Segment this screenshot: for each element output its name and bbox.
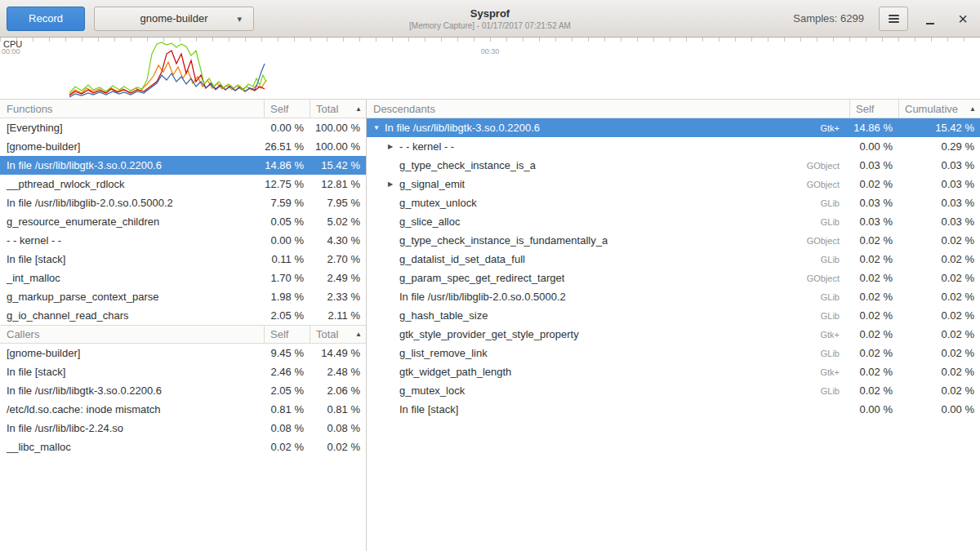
descendant-name: g_param_spec_get_redirect_target bbox=[399, 272, 564, 284]
function-row[interactable]: [Everything] 0.00 % 100.00 % bbox=[0, 118, 366, 137]
expander-icon[interactable]: ▶ bbox=[386, 143, 399, 150]
function-row[interactable]: In file [stack] 0.11 % 2.70 % bbox=[0, 250, 366, 269]
descendant-name: g_mutex_unlock bbox=[399, 197, 477, 209]
descendant-self-percent: 0.02 % bbox=[849, 272, 898, 284]
descendant-row[interactable]: g_slice_alloc GLib 0.03 % 0.03 % bbox=[367, 212, 980, 231]
cpu-timeline[interactable]: CPU 00:00 00:30 bbox=[0, 38, 980, 100]
descendant-name: In file /usr/lib/libglib-2.0.so.0.5000.2 bbox=[399, 291, 566, 303]
descendants-cumulative-column-header[interactable]: Cumulative ▲ bbox=[898, 100, 980, 118]
descendants-self-column-header[interactable]: Self bbox=[849, 100, 898, 118]
function-self-percent: 1.98 % bbox=[264, 291, 310, 303]
callers-column-header[interactable]: Callers bbox=[0, 326, 264, 343]
header-right-controls: Samples: 6299 × bbox=[793, 7, 973, 31]
descendant-row[interactable]: ▶ - - kernel - - 0.00 % 0.29 % bbox=[367, 137, 980, 156]
function-row[interactable]: In file /usr/lib/libglib-2.0.so.0.5000.2… bbox=[0, 193, 366, 212]
descendant-self-percent: 0.02 % bbox=[849, 328, 898, 340]
process-selector-dropdown[interactable]: gnome-builder ▾ bbox=[94, 7, 254, 31]
descendant-row[interactable]: g_type_check_instance_is_a GObject 0.03 … bbox=[367, 156, 980, 175]
caller-row[interactable]: [gnome-builder] 9.45 % 14.49 % bbox=[0, 344, 366, 362]
function-name: In file /usr/lib/libgtk-3.so.0.2200.6 bbox=[0, 159, 264, 171]
caller-row[interactable]: In file /usr/lib/libc-2.24.so 0.08 % 0.0… bbox=[0, 419, 366, 438]
header-bar: Record gnome-builder ▾ Sysprof [Memory C… bbox=[0, 0, 980, 38]
window-title-area: Sysprof [Memory Capture] - 01/17/2017 07… bbox=[409, 7, 571, 30]
descendant-cumulative-percent: 0.00 % bbox=[898, 403, 980, 415]
caller-name: In file /usr/lib/libgtk-3.so.0.2200.6 bbox=[0, 384, 264, 397]
descendant-cumulative-percent: 0.02 % bbox=[898, 384, 980, 397]
functions-total-column-header[interactable]: Total ▲ bbox=[310, 100, 366, 118]
descendant-row[interactable]: g_datalist_id_set_data_full GLib 0.02 % … bbox=[367, 250, 980, 269]
descendant-name: g_slice_alloc bbox=[399, 216, 460, 228]
callers-self-column-header[interactable]: Self bbox=[264, 326, 310, 343]
function-row[interactable]: g_io_channel_read_chars 2.05 % 2.11 % bbox=[0, 306, 366, 325]
function-row[interactable]: [gnome-builder] 26.51 % 100.00 % bbox=[0, 137, 366, 156]
function-total-percent: 12.81 % bbox=[310, 178, 366, 190]
callers-list: [gnome-builder] 9.45 % 14.49 % In file [… bbox=[0, 344, 366, 456]
function-row[interactable]: g_resource_enumerate_children 0.05 % 5.0… bbox=[0, 212, 366, 231]
functions-column-header[interactable]: Functions bbox=[0, 100, 264, 118]
library-badge: GLib bbox=[488, 311, 849, 321]
descendant-cumulative-percent: 15.42 % bbox=[898, 122, 980, 134]
expander-icon[interactable]: ▶ bbox=[386, 180, 399, 188]
sort-indicator-icon: ▲ bbox=[355, 331, 362, 338]
caller-row[interactable]: /etc/ld.so.cache: inode mismatch 0.81 % … bbox=[0, 400, 366, 419]
functions-panel: Functions Self Total ▲ [Everything] 0.00… bbox=[0, 100, 367, 551]
descendant-cumulative-percent: 0.03 % bbox=[898, 216, 980, 228]
descendant-row[interactable]: g_list_remove_link GLib 0.02 % 0.02 % bbox=[367, 344, 980, 362]
descendant-row[interactable]: gtk_widget_path_length Gtk+ 0.02 % 0.02 … bbox=[367, 362, 980, 381]
menu-button[interactable] bbox=[879, 7, 908, 31]
caller-total-percent: 0.08 % bbox=[310, 422, 366, 434]
expander-icon[interactable]: ▼ bbox=[372, 124, 385, 131]
descendant-row[interactable]: gtk_style_provider_get_style_property Gt… bbox=[367, 325, 980, 344]
descendant-name: g_datalist_id_set_data_full bbox=[399, 253, 525, 265]
record-button[interactable]: Record bbox=[7, 7, 85, 31]
close-icon: × bbox=[958, 11, 968, 27]
function-row[interactable]: In file /usr/lib/libgtk-3.so.0.2200.6 14… bbox=[0, 156, 366, 175]
minimize-button[interactable] bbox=[920, 7, 941, 31]
function-self-percent: 2.05 % bbox=[264, 309, 310, 322]
function-self-percent: 0.11 % bbox=[264, 253, 310, 265]
callers-total-header-label: Total bbox=[316, 328, 338, 340]
caller-total-percent: 0.81 % bbox=[310, 403, 366, 415]
capture-subtitle: [Memory Capture] - 01/17/2017 07:21:52 A… bbox=[409, 21, 571, 30]
function-name: __pthread_rwlock_rdlock bbox=[0, 178, 264, 190]
descendant-row[interactable]: In file [stack] 0.00 % 0.00 % bbox=[367, 400, 980, 419]
descendant-cumulative-percent: 0.02 % bbox=[898, 328, 980, 340]
caller-row[interactable]: In file [stack] 2.46 % 2.48 % bbox=[0, 362, 366, 381]
function-row[interactable]: g_markup_parse_context_parse 1.98 % 2.33… bbox=[0, 287, 366, 306]
descendant-row[interactable]: In file /usr/lib/libglib-2.0.so.0.5000.2… bbox=[367, 287, 980, 306]
function-row[interactable]: _int_malloc 1.70 % 2.49 % bbox=[0, 269, 366, 287]
descendant-row[interactable]: g_mutex_unlock GLib 0.03 % 0.03 % bbox=[367, 193, 980, 212]
descendant-name: g_mutex_lock bbox=[399, 384, 465, 397]
caller-name: In file [stack] bbox=[0, 366, 264, 378]
descendant-row[interactable]: ▼ In file /usr/lib/libgtk-3.so.0.2200.6 … bbox=[367, 118, 980, 137]
descendants-column-header[interactable]: Descendants bbox=[367, 100, 849, 118]
descendant-self-percent: 0.03 % bbox=[849, 197, 898, 209]
function-row[interactable]: - - kernel - - 0.00 % 4.30 % bbox=[0, 231, 366, 250]
functions-self-column-header[interactable]: Self bbox=[264, 100, 310, 118]
library-badge: GObject bbox=[608, 236, 849, 246]
descendant-row[interactable]: g_param_spec_get_redirect_target GObject… bbox=[367, 269, 980, 287]
callers-total-column-header[interactable]: Total ▲ bbox=[310, 326, 366, 343]
descendant-name: g_signal_emit bbox=[399, 178, 465, 190]
minimize-icon bbox=[926, 23, 934, 24]
function-name: [gnome-builder] bbox=[0, 140, 264, 153]
function-total-percent: 2.49 % bbox=[310, 272, 366, 284]
sort-indicator-icon: ▲ bbox=[969, 105, 976, 113]
descendant-row[interactable]: g_type_check_instance_is_fundamentally_a… bbox=[367, 231, 980, 250]
library-badge: Gtk+ bbox=[511, 367, 849, 377]
library-badge: Gtk+ bbox=[579, 330, 849, 340]
descendant-row[interactable]: ▶ g_signal_emit GObject 0.02 % 0.03 % bbox=[367, 175, 980, 193]
descendant-row[interactable]: g_hash_table_size GLib 0.02 % 0.02 % bbox=[367, 306, 980, 325]
descendant-self-percent: 14.86 % bbox=[849, 122, 898, 134]
function-name: - - kernel - - bbox=[0, 234, 264, 247]
descendant-self-percent: 0.03 % bbox=[849, 216, 898, 228]
caller-name: [gnome-builder] bbox=[0, 347, 264, 359]
process-selector-label: gnome-builder bbox=[140, 12, 207, 24]
function-row[interactable]: __pthread_rwlock_rdlock 12.75 % 12.81 % bbox=[0, 175, 366, 193]
descendant-row[interactable]: g_mutex_lock GLib 0.02 % 0.02 % bbox=[367, 381, 980, 400]
descendant-self-percent: 0.00 % bbox=[849, 403, 898, 415]
caller-row[interactable]: __libc_malloc 0.02 % 0.02 % bbox=[0, 438, 366, 456]
caller-row[interactable]: In file /usr/lib/libgtk-3.so.0.2200.6 2.… bbox=[0, 381, 366, 400]
function-total-percent: 2.11 % bbox=[310, 309, 366, 322]
close-button[interactable]: × bbox=[952, 7, 973, 31]
